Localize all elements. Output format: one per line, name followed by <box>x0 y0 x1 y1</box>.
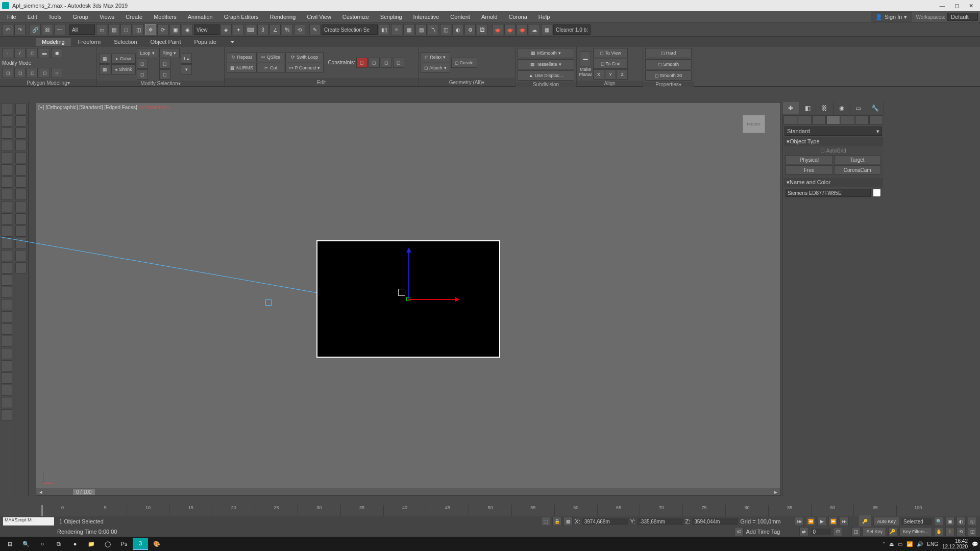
tray-up-icon[interactable]: ˄ <box>883 541 885 547</box>
cut-button[interactable]: ✂ Cut <box>258 63 284 73</box>
ring-button[interactable]: Ring ▾ <box>159 48 180 58</box>
l2tool-14[interactable] <box>15 262 27 273</box>
preview-btn2[interactable]: ▦ <box>99 64 110 74</box>
taskview-button[interactable]: ⧉ <box>51 538 66 550</box>
create-button[interactable]: ◻ Create <box>451 58 477 68</box>
tray-notif-icon[interactable]: ▭ <box>898 541 902 547</box>
menu-corona[interactable]: Corona <box>504 13 532 21</box>
ltool-13[interactable] <box>1 250 12 261</box>
category-dropdown[interactable]: Standard▾ <box>785 127 882 136</box>
systems-subtab[interactable] <box>869 115 883 124</box>
use-center-button[interactable]: ◈ <box>220 24 232 35</box>
maximize-button[interactable]: ◻ <box>951 2 962 10</box>
l2tool-1[interactable] <box>15 103 27 114</box>
nav-orbit-icon[interactable]: ⟲ <box>957 527 966 536</box>
selection-filter-dropdown[interactable]: All <box>69 24 95 35</box>
qslice-button[interactable]: ✂ QSlice <box>258 52 284 62</box>
cleaner-label[interactable]: Cleaner 1.0 b: <box>553 24 591 35</box>
x-coord[interactable]: 3974,668m <box>582 518 628 525</box>
grow-button[interactable]: ▸ Grow <box>111 54 136 64</box>
object-name-input[interactable] <box>786 189 871 197</box>
menu-views[interactable]: Views <box>94 13 119 21</box>
repeat-button[interactable]: ↻ Repeat <box>227 52 257 62</box>
undo-button[interactable]: ↶ <box>2 24 13 35</box>
nav-maxtoggle-icon[interactable]: ◲ <box>968 527 977 536</box>
time-tag-icon[interactable]: 🏷 <box>734 527 744 536</box>
subobj-element-button[interactable]: ◼ <box>51 48 62 58</box>
tray-lang[interactable]: ENG <box>927 541 938 547</box>
ring-opt1[interactable]: ◻ <box>159 59 170 69</box>
l2tool-11[interactable] <box>15 226 27 237</box>
timeline-tick[interactable]: 50 <box>469 505 511 516</box>
render-cloud-button[interactable]: ☁ <box>529 24 540 35</box>
close-button[interactable]: ✕ <box>966 2 976 10</box>
poly-btn4[interactable]: ◻ <box>39 68 50 78</box>
cameras-subtab[interactable] <box>826 115 840 124</box>
prev-frame-button[interactable]: ⏪ <box>806 517 815 526</box>
ltool-11[interactable] <box>1 226 12 237</box>
lock-selection-icon[interactable]: ⬚ <box>541 517 550 526</box>
snap-toggle-button[interactable]: 3 <box>257 24 268 35</box>
window-crossing-button[interactable]: ◫ <box>133 24 144 35</box>
gizmo-x-axis[interactable] <box>408 299 459 300</box>
render-as-button[interactable]: 🫖 <box>517 24 528 35</box>
menu-grapheditors[interactable]: Graph Editors <box>219 13 264 21</box>
lights-subtab[interactable] <box>812 115 826 124</box>
timeline-tick[interactable]: 45 <box>426 505 469 516</box>
modsel-spin-up[interactable]: 1 ▴ <box>181 54 192 64</box>
ltool-21[interactable] <box>1 348 12 359</box>
subobj-border-button[interactable]: ◻ <box>27 48 38 58</box>
l2tool-7[interactable] <box>15 177 27 188</box>
loop-opt1[interactable]: ◻ <box>137 59 148 69</box>
spinner-snap-button[interactable]: ⟲ <box>294 24 305 35</box>
ltool-10[interactable] <box>1 213 12 224</box>
render-online-button[interactable]: ▦ <box>541 24 552 35</box>
align-toview-button[interactable]: ◻ To View <box>593 48 628 58</box>
helpers-subtab[interactable] <box>841 115 854 124</box>
paint-app[interactable]: 🎨 <box>149 538 164 550</box>
panel-edit[interactable]: Edit <box>225 78 418 86</box>
maxscript-listener[interactable]: MAXScript Mi: <box>3 517 54 525</box>
ltool-17[interactable] <box>1 299 12 310</box>
menu-group[interactable]: Group <box>67 13 93 21</box>
viewport-label[interactable]: [+] [Orthographic] [Standard] [Edged Fac… <box>38 105 170 110</box>
gizmo-y-plane[interactable] <box>406 297 410 301</box>
material-editor-button[interactable]: ◐ <box>452 24 463 35</box>
setkey-button[interactable]: Set Key <box>863 527 886 536</box>
menu-edit[interactable]: Edit <box>22 13 42 21</box>
angle-snap-button[interactable]: ∠ <box>270 24 281 35</box>
time-config-button[interactable]: ⏱ <box>833 527 842 536</box>
ltool-25[interactable] <box>1 397 12 408</box>
poly-btn2[interactable]: ◻ <box>14 68 26 78</box>
timeline-tick[interactable]: 20 <box>212 505 255 516</box>
align-button[interactable]: ≡ <box>391 24 402 35</box>
l2tool-6[interactable] <box>15 164 27 176</box>
slider-left-icon[interactable]: ◂ <box>39 489 42 495</box>
start-button[interactable]: ⊞ <box>2 538 17 550</box>
modsel-spin-dn[interactable]: ▾ <box>181 64 192 74</box>
attach-button[interactable]: ◻ Attach ▾ <box>421 63 450 73</box>
shapes-subtab[interactable] <box>798 115 812 124</box>
nav-walk-icon[interactable]: 🚶 <box>945 527 954 536</box>
tab-modeling[interactable]: Modeling <box>36 38 71 46</box>
menu-interactive[interactable]: Interactive <box>408 13 445 21</box>
nav-zoomall-icon[interactable]: ▣ <box>945 517 954 526</box>
timeline-tick[interactable]: 15 <box>169 505 212 516</box>
ltool-14[interactable] <box>1 262 12 273</box>
l2tool-3[interactable] <box>15 128 27 139</box>
subobj-edge-button[interactable]: / <box>14 48 26 58</box>
ltool-23[interactable] <box>1 372 12 384</box>
align-x-button[interactable]: X <box>593 69 604 80</box>
viewcube[interactable]: FRONT <box>743 115 765 133</box>
goto-start-button[interactable]: ⏮ <box>795 517 804 526</box>
signin-button[interactable]: 👤 Sign In ▾ <box>871 12 912 22</box>
tessellate-button[interactable]: ▦ Tessellate ▾ <box>518 59 574 69</box>
make-planar-icon[interactable]: ▬ <box>580 51 591 66</box>
cortana-button[interactable]: ○ <box>35 538 50 550</box>
align-y-button[interactable]: Y <box>605 69 616 80</box>
tab-objectpaint[interactable]: Object Paint <box>144 38 187 46</box>
ref-coord-dropdown[interactable]: View <box>194 24 219 35</box>
tray-wifi-icon[interactable]: 📶 <box>906 541 913 547</box>
constraint-face-button[interactable]: ◻ <box>381 58 392 68</box>
ltool-8[interactable] <box>1 189 12 200</box>
